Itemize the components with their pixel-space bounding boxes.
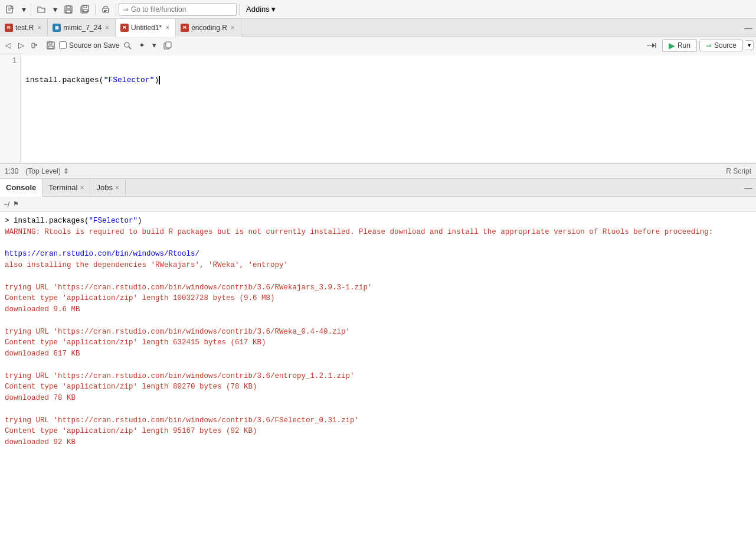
terminal-tab-close[interactable]: × xyxy=(80,184,84,192)
console-path-icon: ⚑ xyxy=(13,200,19,208)
source-dropdown-button[interactable]: ▾ xyxy=(745,40,754,50)
open-dropdown-button[interactable]: ▾ xyxy=(50,2,60,17)
console-line-blank2 xyxy=(5,271,751,282)
svg-rect-14 xyxy=(32,43,35,48)
goto-input[interactable] xyxy=(131,5,233,14)
save-all-button[interactable] xyxy=(77,2,93,17)
source-arrow-icon: ⇒ xyxy=(706,41,712,50)
console-line-url5: trying URL 'https://cran.rstudio.com/bin… xyxy=(5,415,751,426)
run-button[interactable]: ▶ Run xyxy=(662,39,697,52)
tab-icon-encoding-r: R xyxy=(181,24,189,32)
context-label: (Top Level) xyxy=(25,167,60,175)
tab-mimic-7-24[interactable]: ▦ mimic_7_24 × xyxy=(48,19,116,37)
status-bar: 1:30 (Top Level) ⇕ R Script xyxy=(0,164,756,179)
go-back-button[interactable]: ◁ xyxy=(2,38,14,53)
tab-close-encoding-r[interactable]: × xyxy=(230,24,236,31)
tab-label-test-r: test.R xyxy=(15,24,34,32)
console-line-content2: Content type 'application/zip' length 63… xyxy=(5,337,751,348)
console-tab-label: Console xyxy=(6,183,36,192)
console-line-url2: trying URL 'https://cran.rstudio.com/bin… xyxy=(5,282,751,293)
console-output[interactable]: > install.packages("FSelector") WARNING:… xyxy=(0,212,756,548)
cmd-close: ) xyxy=(138,217,142,225)
addins-button[interactable]: Addins ▾ xyxy=(242,3,280,15)
save-button[interactable] xyxy=(61,2,76,17)
separator-3 xyxy=(116,4,116,15)
console-line-warning1: WARNING: Rtools is required to build R p… xyxy=(5,227,751,238)
find-button[interactable] xyxy=(120,38,135,53)
svg-rect-5 xyxy=(67,6,70,9)
magic-wand-dropdown[interactable]: ▾ xyxy=(149,38,159,53)
console-prompt: > xyxy=(5,217,14,225)
console-path: ~/ xyxy=(4,200,9,208)
editor-tabs-bar: R test.R × ▦ mimic_7_24 × R Untitled1* ×… xyxy=(0,19,756,37)
save-editor-button[interactable] xyxy=(44,38,58,53)
new-file-dropdown-button[interactable]: ▾ xyxy=(19,2,28,17)
tab-close-untitled1[interactable]: × xyxy=(164,24,171,31)
rerun-button[interactable] xyxy=(643,38,660,53)
top-toolbar: ▾ ▾ ⇒ Addins ▾ xyxy=(0,0,756,19)
file-type-label: R Script xyxy=(726,167,751,175)
console-line-downloaded1: downloaded 9.6 MB xyxy=(5,304,751,315)
cursor xyxy=(159,76,160,84)
console-line-url4: trying URL 'https://cran.rstudio.com/bin… xyxy=(5,371,751,382)
open-file-button[interactable] xyxy=(34,2,49,17)
console-line-blank4 xyxy=(5,360,751,371)
code-content[interactable]: install.packages("FSelector") xyxy=(21,54,756,163)
console-line-content1: Content type 'application/zip' length 10… xyxy=(5,293,751,304)
tab-label-encoding-r: encoding.R xyxy=(191,24,227,32)
console-wrapper: Console Terminal × Jobs × — ~/ ⚑ > insta… xyxy=(0,179,756,548)
console-line-blank1 xyxy=(5,238,751,249)
goto-arrow-icon: ⇒ xyxy=(123,5,129,14)
code-editor: 1 install.packages("FSelector") xyxy=(0,54,756,164)
svg-rect-24 xyxy=(166,42,171,48)
tab-encoding-r[interactable]: R encoding.R × xyxy=(176,19,241,37)
line-numbers: 1 xyxy=(0,54,21,163)
tab-icon-test-r: R xyxy=(5,24,13,32)
new-file-button[interactable] xyxy=(2,2,18,17)
tab-close-mimic-7-24[interactable]: × xyxy=(104,24,110,31)
main-wrapper: R test.R × ▦ mimic_7_24 × R Untitled1* ×… xyxy=(0,19,756,548)
source-label: Source xyxy=(714,41,737,50)
context-area: (Top Level) ⇕ xyxy=(25,167,68,175)
tab-close-test-r[interactable]: × xyxy=(36,24,42,31)
tab-icon-mimic-7-24: ▦ xyxy=(53,24,61,32)
console-line-url1: https://cran.rstudio.com/bin/windows/Rto… xyxy=(5,249,751,260)
source-on-save-checkbox[interactable] xyxy=(59,41,67,49)
cursor-position: 1:30 xyxy=(5,167,18,175)
svg-rect-12 xyxy=(104,10,107,11)
tab-test-r[interactable]: R test.R × xyxy=(0,19,48,37)
code-string-fselector: "FSelector" xyxy=(104,76,155,84)
jobs-tab-close[interactable]: × xyxy=(115,184,119,192)
tab-label-mimic-7-24: mimic_7_24 xyxy=(63,24,102,32)
magic-wand-button[interactable]: ✦ xyxy=(136,38,148,53)
show-in-folder-button[interactable] xyxy=(28,38,42,53)
cmd-install: install.packages( xyxy=(14,217,89,225)
tab-icon-untitled1: R xyxy=(120,24,129,32)
separator-1 xyxy=(31,4,31,15)
copy-paste-button[interactable] xyxy=(161,38,175,53)
source-on-save-area: Source on Save xyxy=(59,41,119,50)
go-forward-button[interactable]: ▷ xyxy=(15,38,27,53)
console-collapse-button[interactable]: — xyxy=(741,183,756,193)
tab-jobs[interactable]: Jobs × xyxy=(90,179,125,197)
console-line-deps: also installing the dependencies 'RWekaj… xyxy=(5,260,751,271)
print-button[interactable] xyxy=(98,2,113,17)
svg-rect-13 xyxy=(104,11,106,12)
console-line-content3: Content type 'application/zip' length 80… xyxy=(5,381,751,393)
code-line-1: install.packages("FSelector") xyxy=(25,74,751,87)
console-line-downloaded2: downloaded 617 KB xyxy=(5,348,751,360)
svg-point-21 xyxy=(125,43,129,47)
goto-input-area: ⇒ xyxy=(119,3,237,16)
tabs-collapse-button[interactable]: — xyxy=(741,23,756,32)
code-paren-close: ) xyxy=(154,76,159,84)
context-arrow-icon: ⇕ xyxy=(63,167,69,175)
svg-marker-26 xyxy=(652,43,655,48)
console-line-cmd: > install.packages("FSelector") xyxy=(5,216,751,227)
tab-untitled1[interactable]: R Untitled1* × xyxy=(116,19,176,37)
tab-terminal[interactable]: Terminal × xyxy=(42,179,90,197)
editor-toolbar: ◁ ▷ Source on Save ✦ ▾ ▶ Run xyxy=(0,37,756,54)
source-button[interactable]: ⇒ Source xyxy=(699,40,743,51)
tab-console[interactable]: Console xyxy=(0,179,42,197)
run-label: Run xyxy=(678,41,690,50)
code-install: install.packages( xyxy=(25,76,104,84)
